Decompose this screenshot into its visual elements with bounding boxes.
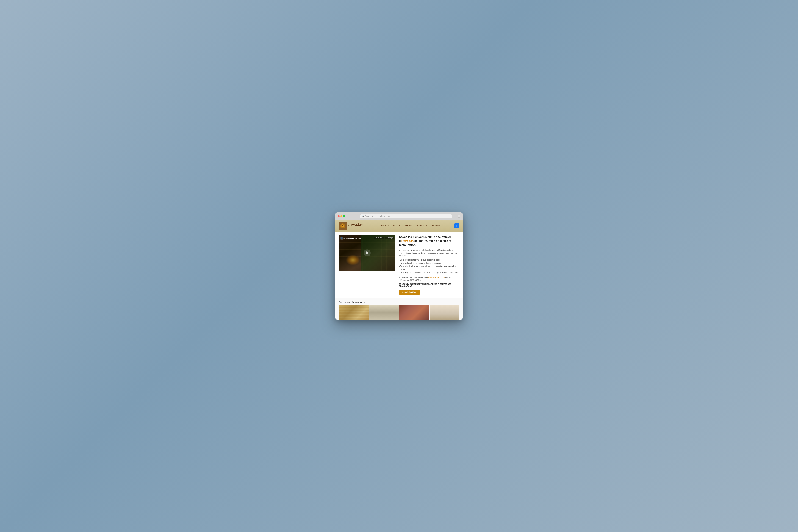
site-logo[interactable]: Extrados Taille de pierre et maçonnerie — [339, 222, 367, 230]
logo-text: Extrados Taille de pierre et maçonnerie — [348, 223, 367, 229]
share-icon: ↗ — [386, 237, 387, 239]
nav-contact[interactable]: CONTACT — [431, 225, 440, 227]
main-content: 👤 Chantier port Génissac ▶ À regarder ↗ — [335, 232, 463, 298]
nav-buttons: ‹ › — [353, 214, 358, 218]
desktop-background: ‹ › 🔍 Search or enter website name + ⬜ — [0, 0, 798, 532]
share-label: Partager — [388, 237, 393, 239]
contact-before: Vous pouvez me contacter soit via le — [399, 277, 428, 279]
brand-text: Extrados — [401, 240, 414, 242]
video-avatar-icon: 👤 — [340, 236, 344, 240]
browser-window: ‹ › 🔍 Search or enter website name + ⬜ — [335, 212, 463, 320]
address-text: Search or enter website name — [365, 215, 391, 217]
video-light-effect — [346, 255, 360, 265]
services-list: - De la sculpture sur n'importe quel sup… — [399, 259, 459, 274]
video-title: Chantier port Génissac — [344, 238, 362, 239]
video-controls: ▶ À regarder ↗ Partager — [374, 236, 394, 239]
play-button[interactable] — [363, 249, 370, 256]
watch-button[interactable]: ▶ À regarder — [374, 236, 384, 239]
nav-mes-realisations[interactable]: MES RÉALISATIONS — [393, 225, 412, 227]
maximize-button[interactable] — [343, 215, 345, 217]
service-1: - De la sculpture sur n'importe quel sup… — [399, 259, 459, 262]
video-overlay: 👤 Chantier port Génissac ▶ À regarder ↗ — [339, 235, 396, 242]
tab-overview-button[interactable]: ⬜ — [457, 215, 460, 217]
site-navigation: Extrados Taille de pierre et maçonnerie … — [335, 220, 463, 232]
contact-form-link[interactable]: formulaire de contact — [428, 277, 445, 279]
sidebar-toggle-icon[interactable] — [348, 214, 351, 218]
section-title: Dernières réalisations — [339, 301, 459, 304]
realisations-button[interactable]: Mes réalisations — [399, 290, 420, 294]
browser-chrome: ‹ › 🔍 Search or enter website name + ⬜ — [335, 212, 463, 220]
new-tab-button[interactable]: + — [454, 214, 456, 218]
welcome-title: Soyez les bienvenus sur le site officiel… — [399, 235, 459, 247]
gallery-item-3[interactable] — [399, 305, 429, 320]
forward-button[interactable]: › — [356, 214, 358, 218]
minimize-button[interactable] — [341, 215, 342, 217]
service-3: - De la taille de pierre en blocs ancien… — [399, 265, 459, 271]
service-4: - De la maçonnerie allant de la murette … — [399, 271, 459, 274]
gallery-strip — [339, 305, 459, 320]
watch-icon: ▶ — [375, 237, 376, 239]
service-2: - De la restauration des façade et des m… — [399, 262, 459, 265]
share-button[interactable]: ↗ Partager — [385, 236, 394, 239]
watch-label: À regarder — [376, 237, 383, 239]
video-section: 👤 Chantier port Génissac ▶ À regarder ↗ — [339, 235, 396, 294]
gallery-item-1[interactable] — [339, 305, 369, 320]
text-section: Soyez les bienvenus sur le site officiel… — [399, 235, 459, 294]
nav-accueil[interactable]: ACCUEIL — [381, 225, 390, 227]
play-icon — [366, 251, 369, 254]
video-info: 👤 Chantier port Génissac — [340, 236, 362, 240]
intro-text: Vous trouverez à travers les galeries ph… — [399, 249, 459, 257]
video-container[interactable]: 👤 Chantier port Génissac ▶ À regarder ↗ — [339, 235, 396, 271]
discover-text: JE VOUS LAISSE DÉCOUVRIR DES A PRESENT T… — [399, 283, 459, 287]
brand-tagline: Taille de pierre et maçonnerie — [348, 227, 367, 229]
address-bar[interactable]: 🔍 Search or enter website name — [360, 214, 452, 218]
brand-name: Extrados — [348, 223, 367, 227]
browser-actions: + ⬜ — [454, 214, 460, 218]
logo-image — [339, 222, 347, 230]
back-button[interactable]: ‹ — [353, 214, 355, 218]
gallery-item-2[interactable] — [369, 305, 399, 320]
traffic-lights — [338, 215, 345, 217]
contact-text: Vous pouvez me contacter soit via le for… — [399, 276, 459, 282]
facebook-button[interactable]: f — [454, 223, 459, 228]
nav-avis-client[interactable]: AVIS CLIENT — [416, 225, 428, 227]
gallery-item-4[interactable] — [430, 305, 459, 320]
close-button[interactable] — [338, 215, 340, 217]
nav-links: ACCUEIL MES RÉALISATIONS AVIS CLIENT CON… — [370, 225, 451, 227]
website-content: Extrados Taille de pierre et maçonnerie … — [335, 220, 463, 320]
search-icon: 🔍 — [362, 215, 364, 217]
last-realisations-section: Dernières réalisations — [335, 298, 463, 320]
